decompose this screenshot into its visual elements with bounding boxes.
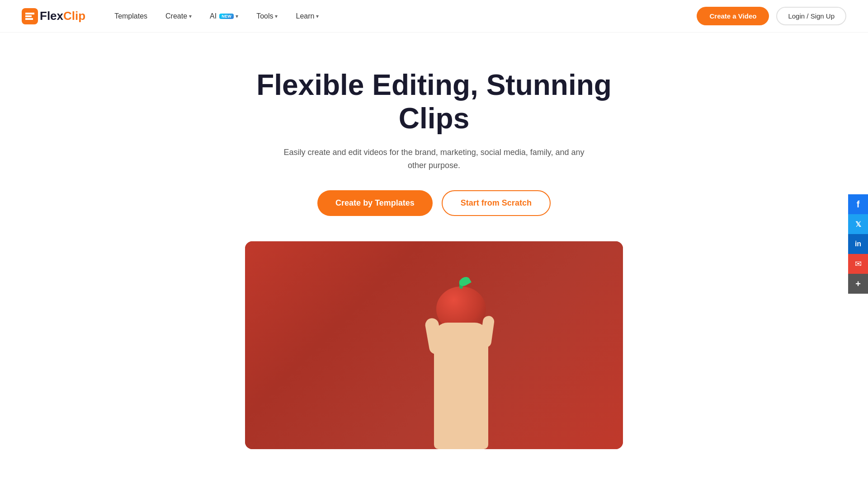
facebook-icon: f (857, 199, 860, 210)
email-share-button[interactable]: ✉ (848, 254, 868, 274)
chevron-down-icon: ▾ (189, 13, 192, 19)
chevron-down-icon-ai: ▾ (236, 13, 238, 19)
start-from-scratch-button[interactable]: Start from Scratch (442, 190, 551, 216)
hand-illustration (434, 323, 488, 449)
twitter-share-button[interactable]: 𝕏 (848, 214, 868, 234)
chevron-down-icon-learn: ▾ (316, 13, 319, 19)
linkedin-icon: in (855, 240, 861, 248)
chevron-down-icon-tools: ▾ (275, 13, 278, 19)
linkedin-share-button[interactable]: in (848, 234, 868, 254)
navbar: FlexClip Templates Create ▾ AI NEW ▾ Too… (0, 0, 868, 33)
more-share-button[interactable]: + (848, 274, 868, 294)
nav-item-ai[interactable]: AI NEW ▾ (203, 9, 245, 24)
flexclip-logo-icon (22, 8, 38, 24)
hero-section: Flexible Editing, Stunning Clips Easily … (0, 33, 868, 471)
more-icon: + (855, 279, 861, 289)
nav-right: Create a Video Login / Sign Up (697, 7, 846, 25)
hero-buttons: Create by Templates Start from Scratch (317, 190, 551, 216)
logo-text: FlexClip (40, 9, 85, 23)
hero-subtitle: Easily create and edit videos for the br… (276, 146, 592, 172)
nav-links: Templates Create ▾ AI NEW ▾ Tools ▾ Lear… (107, 9, 697, 24)
email-icon: ✉ (855, 259, 862, 269)
hero-title: Flexible Editing, Stunning Clips (231, 69, 637, 135)
video-preview (245, 241, 623, 449)
twitter-icon: 𝕏 (855, 220, 861, 229)
nav-item-learn[interactable]: Learn ▾ (288, 9, 326, 24)
facebook-share-button[interactable]: f (848, 194, 868, 214)
logo[interactable]: FlexClip (22, 8, 85, 24)
login-signup-button[interactable]: Login / Sign Up (776, 7, 846, 25)
create-video-button[interactable]: Create a Video (697, 7, 769, 25)
ai-new-badge: NEW (219, 14, 234, 19)
create-by-templates-button[interactable]: Create by Templates (317, 190, 433, 216)
nav-item-create[interactable]: Create ▾ (158, 9, 199, 24)
tomato-scene (393, 277, 529, 449)
video-background (245, 241, 623, 449)
social-sidebar: f 𝕏 in ✉ + (848, 194, 868, 294)
nav-item-tools[interactable]: Tools ▾ (249, 9, 285, 24)
nav-item-templates[interactable]: Templates (107, 9, 155, 24)
